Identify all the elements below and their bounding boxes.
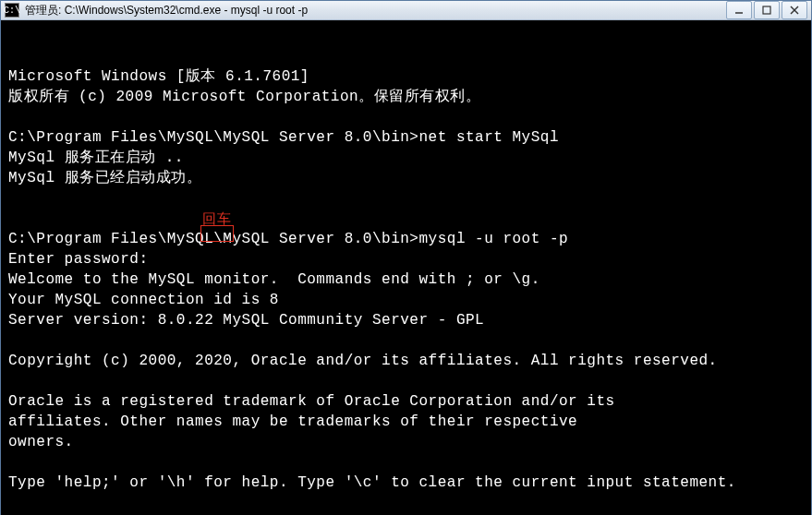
terminal-line: Type 'help;' or '\h' for help. Type '\c'… — [8, 473, 804, 493]
terminal-line: Oracle is a registered trademark of Orac… — [8, 391, 804, 412]
titlebar[interactable]: C:\ 管理员: C:\Windows\System32\cmd.exe - m… — [1, 1, 811, 20]
window-controls — [726, 1, 807, 19]
terminal-line — [8, 371, 804, 391]
terminal-line: C:\Program Files\MySQL\MySQL Server 8.0\… — [8, 127, 804, 148]
terminal-line — [8, 493, 804, 513]
terminal-line: MySql 服务已经启动成功。 — [8, 168, 804, 188]
minimize-icon — [734, 6, 744, 15]
annotation-box — [200, 225, 234, 242]
maximize-icon — [762, 6, 771, 15]
terminal-line: Enter password: — [8, 249, 804, 269]
terminal-line: Microsoft Windows [版本 6.1.7601] — [8, 66, 804, 87]
terminal-line — [8, 107, 804, 127]
terminal-line — [8, 452, 804, 473]
terminal-line: Server version: 8.0.22 MySQL Community S… — [8, 310, 804, 330]
terminal-line: 版权所有 (c) 2009 Microsoft Corporation。保留所有… — [8, 87, 804, 107]
terminal-line: C:\Program Files\MySQL\MySQL Server 8.0\… — [8, 229, 804, 249]
terminal-content: Microsoft Windows [版本 6.1.7601]版权所有 (c) … — [8, 66, 804, 515]
terminal-line — [8, 330, 804, 351]
terminal-line: MySql 服务正在启动 .. — [8, 148, 804, 168]
terminal-line: owners. — [8, 432, 804, 452]
terminal-line: Welcome to the MySQL monitor. Commands e… — [8, 269, 804, 290]
terminal-area[interactable]: Microsoft Windows [版本 6.1.7601]版权所有 (c) … — [1, 20, 811, 515]
terminal-line: affiliates. Other names may be trademark… — [8, 412, 804, 432]
cmd-icon: C:\ — [5, 3, 19, 18]
maximize-button[interactable] — [754, 1, 780, 19]
close-icon — [790, 6, 799, 15]
cmd-window: C:\ 管理员: C:\Windows\System32\cmd.exe - m… — [0, 0, 812, 515]
terminal-line — [8, 188, 804, 209]
terminal-line: Your MySQL connection id is 8 — [8, 290, 804, 310]
close-button[interactable] — [782, 1, 807, 19]
terminal-line: Copyright (c) 2000, 2020, Oracle and/or … — [8, 351, 804, 371]
svg-rect-1 — [763, 6, 770, 14]
terminal-line — [8, 209, 804, 229]
minimize-button[interactable] — [726, 1, 752, 19]
window-title: 管理员: C:\Windows\System32\cmd.exe - mysql… — [25, 3, 726, 18]
